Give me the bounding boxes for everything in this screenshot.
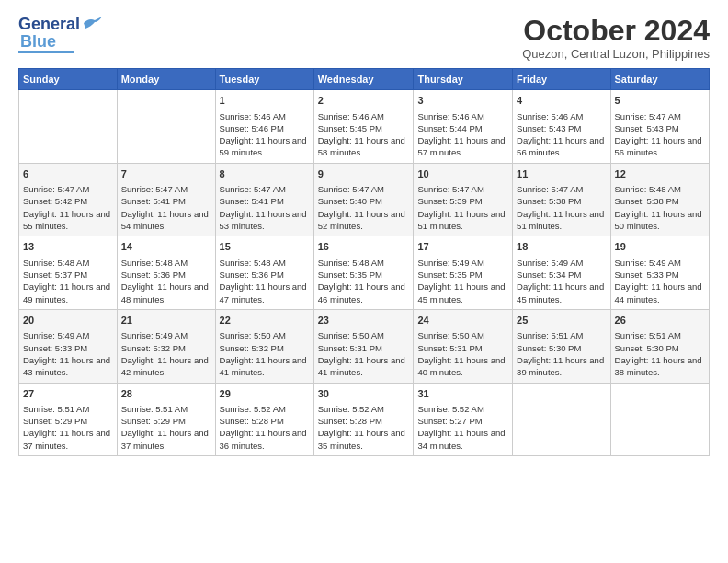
calendar-cell-4-1: 28Sunrise: 5:51 AMSunset: 5:29 PMDayligh… bbox=[117, 383, 215, 456]
daylight-text: Daylight: 11 hours and 58 minutes. bbox=[318, 135, 405, 157]
day-number: 18 bbox=[517, 240, 606, 254]
day-number: 6 bbox=[23, 167, 113, 181]
day-number: 5 bbox=[615, 94, 705, 108]
daylight-text: Daylight: 11 hours and 40 minutes. bbox=[417, 355, 505, 377]
calendar-cell-0-1 bbox=[117, 90, 215, 164]
sunrise-text: Sunrise: 5:51 AM bbox=[517, 330, 583, 340]
sunset-text: Sunset: 5:44 PM bbox=[417, 123, 482, 133]
sunrise-text: Sunrise: 5:47 AM bbox=[417, 184, 483, 194]
header: General Blue October 2024 Quezon, Centra… bbox=[18, 15, 710, 61]
sunset-text: Sunset: 5:32 PM bbox=[220, 343, 284, 353]
sunrise-text: Sunrise: 5:50 AM bbox=[417, 330, 483, 340]
sunset-text: Sunset: 5:30 PM bbox=[517, 343, 581, 353]
sunset-text: Sunset: 5:29 PM bbox=[121, 416, 186, 426]
calendar-header-row: Sunday Monday Tuesday Wednesday Thursday… bbox=[19, 69, 710, 90]
calendar-cell-4-5 bbox=[513, 383, 610, 456]
daylight-text: Daylight: 11 hours and 45 minutes. bbox=[517, 282, 604, 304]
sunrise-text: Sunrise: 5:47 AM bbox=[318, 184, 384, 194]
header-saturday: Saturday bbox=[610, 69, 709, 90]
header-tuesday: Tuesday bbox=[215, 69, 313, 90]
sunrise-text: Sunrise: 5:50 AM bbox=[318, 330, 384, 340]
daylight-text: Daylight: 11 hours and 49 minutes. bbox=[23, 282, 110, 304]
header-friday: Friday bbox=[513, 69, 610, 90]
sunrise-text: Sunrise: 5:46 AM bbox=[417, 111, 483, 121]
calendar-cell-4-4: 31Sunrise: 5:52 AMSunset: 5:27 PMDayligh… bbox=[414, 383, 513, 456]
calendar-cell-4-0: 27Sunrise: 5:51 AMSunset: 5:29 PMDayligh… bbox=[19, 383, 118, 456]
daylight-text: Daylight: 11 hours and 48 minutes. bbox=[121, 282, 209, 304]
calendar-cell-1-4: 10Sunrise: 5:47 AMSunset: 5:39 PMDayligh… bbox=[414, 163, 513, 236]
calendar-cell-2-5: 18Sunrise: 5:49 AMSunset: 5:34 PMDayligh… bbox=[513, 236, 610, 310]
sunset-text: Sunset: 5:37 PM bbox=[23, 270, 87, 280]
calendar-cell-2-3: 16Sunrise: 5:48 AMSunset: 5:35 PMDayligh… bbox=[313, 236, 414, 310]
day-number: 23 bbox=[318, 314, 410, 327]
day-number: 14 bbox=[121, 240, 211, 254]
week-row-2: 13Sunrise: 5:48 AMSunset: 5:37 PMDayligh… bbox=[19, 236, 710, 310]
daylight-text: Daylight: 11 hours and 34 minutes. bbox=[417, 428, 505, 450]
bird-icon bbox=[82, 16, 102, 30]
calendar-cell-1-0: 6Sunrise: 5:47 AMSunset: 5:42 PMDaylight… bbox=[19, 163, 118, 236]
sunset-text: Sunset: 5:41 PM bbox=[121, 196, 186, 206]
day-number: 26 bbox=[615, 314, 705, 327]
calendar-table: Sunday Monday Tuesday Wednesday Thursday… bbox=[18, 68, 710, 456]
header-thursday: Thursday bbox=[414, 69, 513, 90]
sunset-text: Sunset: 5:27 PM bbox=[417, 416, 482, 426]
day-number: 2 bbox=[318, 94, 410, 108]
day-number: 22 bbox=[220, 314, 310, 327]
daylight-text: Daylight: 11 hours and 52 minutes. bbox=[318, 209, 405, 231]
sunset-text: Sunset: 5:38 PM bbox=[615, 196, 679, 206]
day-number: 16 bbox=[318, 240, 410, 254]
sunset-text: Sunset: 5:43 PM bbox=[517, 123, 581, 133]
day-number: 24 bbox=[417, 314, 508, 327]
sunset-text: Sunset: 5:29 PM bbox=[23, 416, 87, 426]
sunset-text: Sunset: 5:28 PM bbox=[220, 416, 284, 426]
sunset-text: Sunset: 5:28 PM bbox=[318, 416, 382, 426]
sunrise-text: Sunrise: 5:46 AM bbox=[517, 111, 583, 121]
logo-blue: Blue bbox=[20, 34, 56, 49]
sunset-text: Sunset: 5:43 PM bbox=[615, 123, 679, 133]
daylight-text: Daylight: 11 hours and 36 minutes. bbox=[220, 428, 307, 450]
calendar-cell-3-0: 20Sunrise: 5:49 AMSunset: 5:33 PMDayligh… bbox=[19, 309, 118, 383]
calendar-cell-1-6: 12Sunrise: 5:48 AMSunset: 5:38 PMDayligh… bbox=[610, 163, 709, 236]
day-number: 20 bbox=[23, 314, 113, 327]
sunrise-text: Sunrise: 5:47 AM bbox=[23, 184, 89, 194]
calendar-cell-2-4: 17Sunrise: 5:49 AMSunset: 5:35 PMDayligh… bbox=[414, 236, 513, 310]
daylight-text: Daylight: 11 hours and 41 minutes. bbox=[318, 355, 405, 377]
sunset-text: Sunset: 5:39 PM bbox=[417, 196, 482, 206]
day-number: 7 bbox=[121, 167, 211, 181]
logo-general: General bbox=[18, 15, 80, 34]
sunset-text: Sunset: 5:36 PM bbox=[220, 270, 284, 280]
sunset-text: Sunset: 5:46 PM bbox=[220, 123, 284, 133]
sunrise-text: Sunrise: 5:52 AM bbox=[318, 404, 384, 414]
week-row-0: 1Sunrise: 5:46 AMSunset: 5:46 PMDaylight… bbox=[19, 90, 710, 164]
logo: General Blue bbox=[18, 15, 102, 53]
sunrise-text: Sunrise: 5:47 AM bbox=[615, 111, 681, 121]
day-number: 3 bbox=[417, 94, 508, 108]
sunrise-text: Sunrise: 5:46 AM bbox=[318, 111, 384, 121]
calendar-cell-3-2: 22Sunrise: 5:50 AMSunset: 5:32 PMDayligh… bbox=[215, 309, 313, 383]
header-wednesday: Wednesday bbox=[313, 69, 414, 90]
sunrise-text: Sunrise: 5:49 AM bbox=[121, 330, 188, 340]
day-number: 8 bbox=[220, 167, 310, 181]
day-number: 21 bbox=[121, 314, 211, 327]
calendar-cell-4-2: 29Sunrise: 5:52 AMSunset: 5:28 PMDayligh… bbox=[215, 383, 313, 456]
daylight-text: Daylight: 11 hours and 37 minutes. bbox=[121, 428, 209, 450]
daylight-text: Daylight: 11 hours and 47 minutes. bbox=[220, 282, 307, 304]
page: General Blue October 2024 Quezon, Centra… bbox=[0, 0, 728, 563]
sunrise-text: Sunrise: 5:49 AM bbox=[517, 258, 583, 268]
day-number: 12 bbox=[615, 167, 705, 181]
daylight-text: Daylight: 11 hours and 56 minutes. bbox=[517, 135, 604, 157]
daylight-text: Daylight: 11 hours and 57 minutes. bbox=[417, 135, 505, 157]
sunrise-text: Sunrise: 5:47 AM bbox=[220, 184, 286, 194]
sunset-text: Sunset: 5:40 PM bbox=[318, 196, 382, 206]
day-number: 31 bbox=[417, 387, 508, 401]
day-number: 27 bbox=[23, 387, 113, 401]
daylight-text: Daylight: 11 hours and 38 minutes. bbox=[615, 355, 702, 377]
daylight-text: Daylight: 11 hours and 54 minutes. bbox=[121, 209, 209, 231]
sunrise-text: Sunrise: 5:48 AM bbox=[23, 258, 89, 268]
day-number: 10 bbox=[417, 167, 508, 181]
sunrise-text: Sunrise: 5:46 AM bbox=[220, 111, 286, 121]
week-row-4: 27Sunrise: 5:51 AMSunset: 5:29 PMDayligh… bbox=[19, 383, 710, 456]
day-number: 15 bbox=[220, 240, 310, 254]
calendar-cell-0-0 bbox=[19, 90, 118, 164]
sunset-text: Sunset: 5:45 PM bbox=[318, 123, 382, 133]
